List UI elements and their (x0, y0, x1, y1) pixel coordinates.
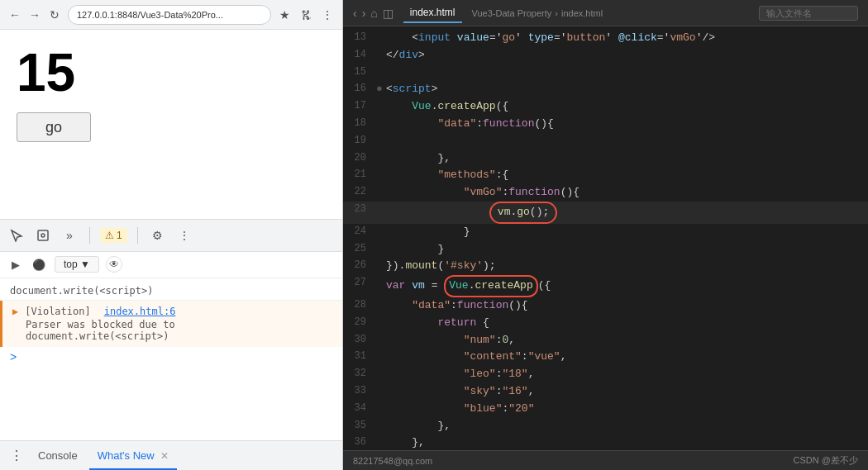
code-line-15: 15 (343, 64, 868, 82)
page-content: 15 go (0, 30, 342, 219)
console-entry-write: document.write(<script>) (0, 282, 342, 301)
footer-email: 82217548@qq.com (353, 456, 432, 466)
toolbar-separator-2 (137, 227, 138, 244)
tab-console[interactable]: Console (30, 444, 86, 467)
violation-label: [Violation] (25, 306, 90, 317)
file-search-input[interactable] (759, 6, 858, 21)
code-line-18: 18 "data":function(){ (343, 116, 868, 133)
editor-tab-index[interactable]: index.html (403, 3, 462, 23)
code-line-32: 32 "leo":"18", (343, 366, 868, 383)
violation-entry: ▶ [Violation] index.html:6 Parser was bl… (0, 301, 342, 347)
editor-back-icon[interactable]: ‹ (353, 7, 357, 20)
code-line-30: 30 "num":0, (343, 332, 868, 349)
block-button[interactable]: ⚫ (30, 255, 48, 273)
forward-button[interactable]: → (26, 7, 43, 23)
dots-button[interactable]: ⋮ (7, 448, 26, 463)
code-line-25: 25 } (343, 241, 868, 259)
editor-split-icon[interactable]: ◫ (383, 7, 393, 20)
triangle-icon: ▶ (12, 306, 18, 317)
editor-breadcrumb: Vue3-Data Property › index.html (472, 8, 603, 18)
code-line-36: 36 }, (343, 434, 868, 450)
console-prompt[interactable]: > (0, 347, 342, 367)
refresh-button[interactable]: ↻ (46, 7, 63, 23)
code-line-14: 14 </div> (343, 47, 868, 64)
breadcrumb-file: index.html (561, 8, 603, 18)
code-line-24: 24 } (343, 224, 868, 241)
console-text-write: document.write(<script>) (10, 285, 153, 297)
warning-icon: ⚠ (105, 230, 114, 241)
back-button[interactable]: ← (7, 7, 23, 23)
editor-home-icon[interactable]: ⌂ (370, 7, 377, 20)
code-line-13: 13 <input value='go' type='button' @clic… (343, 30, 868, 47)
code-line-34: 34 "blue":"20" (343, 401, 868, 418)
code-line-23: 23 vm.go(); (343, 202, 868, 224)
code-editor-panel: ‹ › ⌂ ◫ index.html Vue3-Data Property › … (343, 0, 868, 470)
editor-footer: 82217548@qq.com CSDN @差不少 (343, 450, 868, 470)
code-editor-body[interactable]: 13 <input value='go' type='button' @clic… (343, 26, 868, 450)
svg-rect-0 (38, 230, 48, 240)
extensions-button[interactable]: ⛕ (298, 7, 314, 23)
code-line-17: 17 Vue.createApp({ (343, 98, 868, 116)
editor-forward-icon[interactable]: › (362, 7, 366, 20)
code-line-21: 21 "methods":{ (343, 167, 868, 184)
code-line-27: 27 var vm = Vue.createApp({ (343, 275, 868, 297)
devtools-toolbar: » ⚠ 1 ⚙ ⋮ (0, 219, 342, 252)
cursor-icon[interactable] (7, 226, 26, 245)
overflow-icon[interactable]: ⋮ (174, 226, 194, 245)
page-number: 15 (17, 46, 326, 99)
play-button[interactable]: ▶ (7, 255, 25, 273)
nav-buttons: ← → ↻ (7, 7, 63, 23)
breadcrumb-project: Vue3-Data Property (472, 8, 552, 18)
url-input[interactable] (68, 5, 271, 25)
tab-close-button[interactable]: ✕ (160, 450, 169, 462)
violation-message: Parser was blocked due todocument.write(… (12, 319, 332, 342)
code-line-20: 20 }, (343, 150, 868, 168)
toolbar-separator (89, 227, 90, 244)
eye-icon[interactable]: 👁 (106, 256, 122, 273)
code-line-33: 33 "sky":"16", (343, 383, 868, 401)
code-line-19: 19 (343, 133, 868, 150)
code-line-35: 35 }, (343, 418, 868, 435)
settings-icon[interactable]: ⚙ (148, 226, 168, 245)
editor-nav-icons: ‹ › ⌂ ◫ (353, 7, 393, 20)
more-icon[interactable]: » (60, 226, 79, 245)
console-input-bar: ▶ ⚫ top ▼ 👁 (0, 252, 342, 278)
console-area: document.write(<script>) ▶ [Violation] i… (0, 278, 342, 441)
editor-topbar: ‹ › ⌂ ◫ index.html Vue3-Data Property › … (343, 0, 868, 26)
context-selector[interactable]: top ▼ (55, 256, 99, 273)
bookmark-button[interactable]: ★ (276, 7, 293, 23)
code-line-22: 22 "vmGo":function(){ (343, 184, 868, 202)
context-label: top (64, 259, 78, 270)
code-line-16: 16 ● <script> (343, 81, 868, 98)
svg-point-1 (41, 234, 45, 237)
warning-count: 1 (117, 230, 122, 241)
watermark: CSDN @差不少 (794, 454, 858, 467)
violation-link[interactable]: index.html:6 (104, 306, 176, 317)
warning-badge[interactable]: ⚠ 1 (100, 228, 127, 243)
inspect-icon[interactable] (33, 226, 53, 245)
editor-right-icons (759, 6, 858, 21)
devtools-bottom-bar: ⋮ Console What's New ✕ (0, 440, 342, 470)
browser-left-panel: ← → ↻ ★ ⛕ ⋮ 15 go » ⚠ 1 ⚙ ⋮ ▶ ⚫ (0, 0, 343, 470)
browser-address-bar: ← → ↻ ★ ⛕ ⋮ (0, 0, 342, 30)
tab-whats-new[interactable]: What's New ✕ (89, 444, 178, 467)
violation-header: ▶ [Violation] index.html:6 (12, 306, 332, 317)
menu-button[interactable]: ⋮ (319, 7, 336, 23)
code-line-31: 31 "content":"vue", (343, 349, 868, 366)
code-line-26: 26 }).mount('#sky'); (343, 258, 868, 275)
go-button[interactable]: go (17, 112, 91, 142)
code-line-28: 28 "data":function(){ (343, 297, 868, 315)
code-line-29: 29 return { (343, 315, 868, 332)
